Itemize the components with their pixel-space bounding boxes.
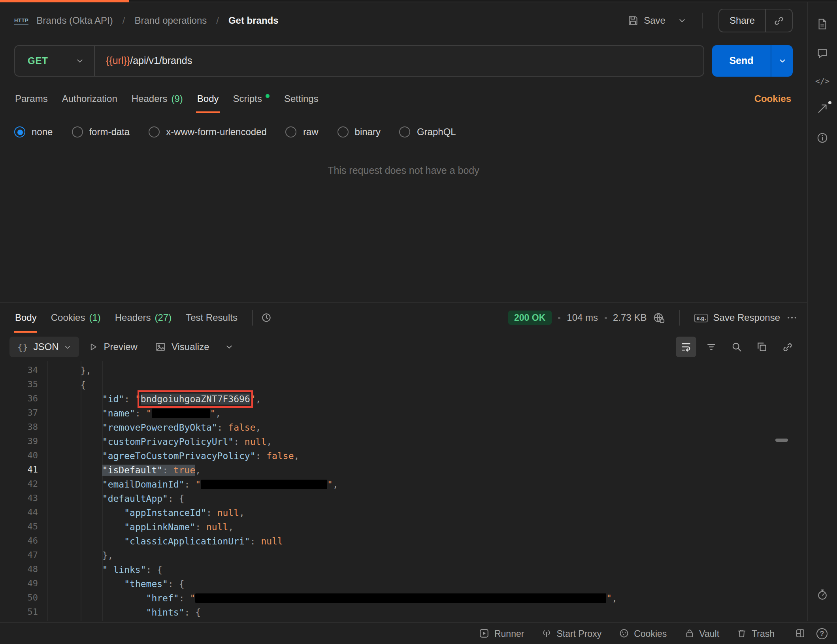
request-tab-settings[interactable]: Settings (277, 85, 326, 113)
code-line-40: 40 "agreeToCustomPrivacyPolicy": false, (0, 449, 807, 463)
annotated-id-value: bndgoiuhgoaZNT7F3696 (141, 394, 250, 405)
timer-icon[interactable] (816, 589, 828, 601)
share-label: Share (719, 15, 765, 26)
code-line-text: "themes": { (47, 577, 185, 591)
method-selector[interactable]: GET (15, 46, 94, 76)
send-button[interactable]: Send (712, 45, 793, 77)
empty-body-message: This request does not have a body (0, 165, 807, 176)
body-mode-label: binary (355, 126, 381, 137)
response-header: BodyCookies(1)Headers(27)Test Results 20… (0, 303, 807, 333)
request-tab-headers[interactable]: Headers(9) (124, 85, 190, 113)
visualize-chevron-icon[interactable] (219, 337, 239, 357)
breadcrumb-request-name[interactable]: Get brands (228, 15, 279, 26)
tab-label: Test Results (186, 312, 238, 323)
search-icon[interactable] (726, 337, 747, 357)
response-tab-test-results[interactable]: Test Results (179, 303, 245, 333)
response-body-viewer[interactable]: 34 },35 {36 "id": "bndgoiuhgoaZNT7F3696"… (0, 361, 807, 621)
runner-button[interactable]: Runner (479, 628, 524, 638)
tab-label: Settings (284, 93, 319, 104)
status-badge[interactable]: 200 OK (508, 311, 552, 325)
code-line-text: { (47, 378, 86, 392)
tab-count: (1) (89, 312, 100, 323)
line-number: 45 (0, 520, 47, 534)
code-icon[interactable]: </> (815, 77, 829, 85)
radio-icon (72, 126, 83, 137)
dot-separator (604, 316, 607, 319)
more-options-icon[interactable] (786, 312, 797, 323)
body-mode-none[interactable]: none (14, 126, 53, 137)
code-line-46: 46 "classicApplicationUri": null (0, 534, 807, 548)
save-button[interactable]: Save (627, 15, 665, 26)
code-line-48: 48 "_links": { (0, 563, 807, 577)
body-mode-label: raw (303, 126, 319, 137)
body-mode-raw[interactable]: raw (286, 126, 319, 137)
line-number: 40 (0, 449, 47, 463)
link-icon[interactable] (766, 15, 792, 26)
divider (679, 310, 680, 326)
response-tab-cookies[interactable]: Cookies(1) (44, 303, 108, 333)
response-tab-body[interactable]: Body (8, 303, 44, 333)
vault-button[interactable]: Vault (684, 628, 719, 638)
visualize-button[interactable]: Visualize (147, 337, 217, 357)
comments-icon[interactable] (816, 47, 828, 59)
panel-resize-handle[interactable] (775, 439, 788, 442)
info-icon[interactable] (816, 132, 828, 144)
share-button[interactable]: Share (718, 9, 793, 32)
globe-lock-icon[interactable] (653, 312, 665, 324)
url-input[interactable]: {{url}}/api/v1/brands (95, 55, 203, 66)
trash-icon (737, 628, 747, 638)
radio-icon (149, 126, 160, 137)
body-mode-graphql[interactable]: GraphQL (400, 126, 456, 137)
copy-icon[interactable] (752, 337, 772, 357)
request-tab-scripts[interactable]: Scripts (226, 85, 277, 113)
tab-label: Cookies (51, 312, 85, 323)
code-line-36: 36 "id": "bndgoiuhgoaZNT7F3696", (0, 392, 807, 406)
breadcrumb-collection[interactable]: Brands (Okta API) (36, 15, 113, 26)
request-tab-params[interactable]: Params (8, 85, 55, 113)
response-meta: 200 OK 104 ms 2.73 KB e.g. Save Response (508, 310, 797, 326)
link-icon[interactable] (777, 337, 797, 357)
save-options-chevron-icon[interactable] (678, 17, 686, 24)
code-line-text: "emailDomainId": "", (47, 477, 338, 491)
expand-icon[interactable] (816, 103, 828, 115)
body-mode-form-data[interactable]: form-data (72, 126, 130, 137)
redacted-value (151, 408, 210, 418)
save-response-button[interactable]: e.g. Save Response (694, 312, 780, 323)
code-line-39: 39 "customPrivacyPolicyUrl": null, (0, 435, 807, 449)
wrap-text-icon[interactable] (676, 337, 696, 357)
documentation-icon[interactable] (816, 18, 828, 30)
filter-icon[interactable] (701, 337, 722, 357)
url-bar: GET {{url}}/api/v1/brands Send (14, 45, 793, 77)
send-label: Send (712, 45, 771, 77)
start-proxy-button[interactable]: Start Proxy (541, 628, 601, 638)
eg-save-response-icon: e.g. (694, 313, 708, 322)
code-line-text: "name": "", (47, 406, 221, 420)
panel-layout-icon[interactable] (795, 628, 805, 638)
cookies-button[interactable]: Cookies (619, 628, 667, 638)
help-icon[interactable]: ? (816, 628, 828, 639)
body-mode-x-www-form-urlencoded[interactable]: x-www-form-urlencoded (149, 126, 267, 137)
vault-label: Vault (699, 629, 719, 638)
request-tab-authorization[interactable]: Authorization (55, 85, 124, 113)
code-line-42: 42 "emailDomainId": "", (0, 477, 807, 491)
runner-icon (479, 628, 490, 638)
body-mode-options: noneform-datax-www-form-urlencodedrawbin… (14, 121, 793, 143)
response-tab-headers[interactable]: Headers(27) (108, 303, 179, 333)
breadcrumb-folder[interactable]: Brand operations (134, 15, 207, 26)
history-icon[interactable] (261, 312, 272, 323)
url-box: GET {{url}}/api/v1/brands (14, 45, 704, 77)
trash-button[interactable]: Trash (737, 628, 775, 638)
body-mode-binary[interactable]: binary (337, 126, 381, 137)
response-size[interactable]: 2.73 KB (613, 312, 647, 323)
line-number: 46 (0, 534, 47, 548)
request-tab-body[interactable]: Body (190, 85, 226, 113)
preview-button[interactable]: Preview (81, 337, 145, 357)
response-time[interactable]: 104 ms (567, 312, 598, 323)
code-line-text: "removePoweredByOkta": false, (47, 420, 261, 435)
cookies-link[interactable]: Cookies (754, 93, 799, 104)
send-options-chevron-icon[interactable] (771, 45, 793, 77)
format-selector[interactable]: {} JSON (9, 337, 79, 357)
line-number: 43 (0, 491, 47, 506)
http-method-icon: HTTP (14, 17, 28, 24)
tab-label: Body (197, 93, 219, 104)
